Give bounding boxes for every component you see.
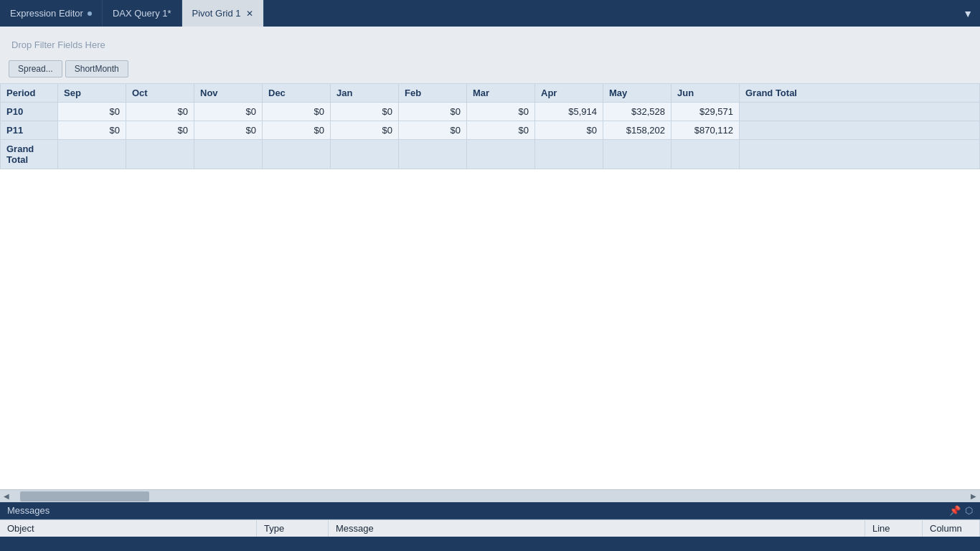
cell-gt-dec xyxy=(263,140,331,169)
messages-title: Messages xyxy=(7,505,50,516)
cell-p10-jan: $0 xyxy=(331,103,399,121)
messages-panel: Messages 📌 ⬡ Object Type Message Line Co… xyxy=(0,502,980,551)
table-header-row: Period Sep Oct Nov Dec Jan Feb Mar Apr M… xyxy=(1,84,980,103)
cell-p10-oct: $0 xyxy=(126,103,194,121)
header-apr: Apr xyxy=(535,84,603,103)
table-row-grand-total: Grand Total xyxy=(1,140,980,169)
row-period-p11: P11 xyxy=(1,121,58,140)
messages-col-line: Line xyxy=(865,520,923,537)
cell-p11-sep: $0 xyxy=(58,121,126,140)
header-jun: Jun xyxy=(672,84,740,103)
tab-expression-editor-label: Expression Editor xyxy=(10,8,83,19)
scroll-left-button[interactable]: ◀ xyxy=(0,490,13,503)
drop-filter-area: Drop Filter Fields Here xyxy=(0,27,980,57)
tab-bar: Expression Editor DAX Query 1* Pivot Gri… xyxy=(0,0,980,27)
cell-p11-feb: $0 xyxy=(399,121,467,140)
cell-gt-mar xyxy=(467,140,535,169)
cell-gt-grand-total xyxy=(740,140,980,169)
messages-header: Messages 📌 ⬡ xyxy=(0,502,980,519)
horizontal-scrollbar[interactable]: ◀ ▶ xyxy=(0,489,980,502)
spread-button[interactable]: Spread... xyxy=(9,60,62,77)
header-period: Period xyxy=(1,84,58,103)
row-grand-total-label: Grand Total xyxy=(1,140,58,169)
cell-gt-jan xyxy=(331,140,399,169)
cell-gt-jun xyxy=(672,140,740,169)
cell-p11-may: $158,202 xyxy=(603,121,672,140)
cell-gt-oct xyxy=(126,140,194,169)
cell-p11-grand-total xyxy=(740,121,980,140)
messages-table-header: Object Type Message Line Column xyxy=(0,519,980,537)
messages-col-column: Column xyxy=(923,520,980,537)
cell-p10-nov: $0 xyxy=(194,103,263,121)
scroll-thumb[interactable] xyxy=(20,491,149,501)
cell-p10-jun: $29,571 xyxy=(672,103,740,121)
short-month-button[interactable]: ShortMonth xyxy=(65,60,128,77)
messages-col-object: Object xyxy=(0,520,257,537)
cell-p10-dec: $0 xyxy=(263,103,331,121)
cell-gt-apr xyxy=(535,140,603,169)
messages-header-actions: 📌 ⬡ xyxy=(949,505,973,516)
toolbar: Spread... ShortMonth xyxy=(0,57,980,83)
cell-gt-nov xyxy=(194,140,263,169)
tab-overflow-chevron[interactable]: ▼ xyxy=(956,0,980,27)
tab-spacer xyxy=(264,0,956,27)
cell-p10-feb: $0 xyxy=(399,103,467,121)
drop-filter-label: Drop Filter Fields Here xyxy=(11,39,105,50)
tab-dax-query-label: DAX Query 1* xyxy=(113,8,171,19)
tab-dax-query[interactable]: DAX Query 1* xyxy=(103,0,182,27)
tab-pivot-grid-label: Pivot Grid 1 xyxy=(192,8,241,19)
header-may: May xyxy=(603,84,672,103)
pivot-area: Period Sep Oct Nov Dec Jan Feb Mar Apr M… xyxy=(0,83,980,489)
cell-gt-sep xyxy=(58,140,126,169)
pivot-table: Period Sep Oct Nov Dec Jan Feb Mar Apr M… xyxy=(0,83,980,169)
messages-expand-icon[interactable]: ⬡ xyxy=(965,505,973,516)
messages-col-type: Type xyxy=(257,520,329,537)
cell-p10-mar: $0 xyxy=(467,103,535,121)
cell-gt-feb xyxy=(399,140,467,169)
cell-p10-sep: $0 xyxy=(58,103,126,121)
cell-p11-nov: $0 xyxy=(194,121,263,140)
header-feb: Feb xyxy=(399,84,467,103)
cell-p10-may: $32,528 xyxy=(603,103,672,121)
scroll-right-button[interactable]: ▶ xyxy=(967,490,980,503)
scroll-track[interactable] xyxy=(13,490,967,502)
pivot-grid[interactable]: Period Sep Oct Nov Dec Jan Feb Mar Apr M… xyxy=(0,83,980,489)
cell-p11-dec: $0 xyxy=(263,121,331,140)
cell-p11-jan: $0 xyxy=(331,121,399,140)
cell-p10-grand-total xyxy=(740,103,980,121)
header-dec: Dec xyxy=(263,84,331,103)
header-mar: Mar xyxy=(467,84,535,103)
table-row: P11 $0 $0 $0 $0 $0 $0 $0 $0 $158,202 $87… xyxy=(1,121,980,140)
main-content: Drop Filter Fields Here Spread... ShortM… xyxy=(0,27,980,502)
tab-expression-editor[interactable]: Expression Editor xyxy=(0,0,103,27)
header-sep: Sep xyxy=(58,84,126,103)
row-period-p10: P10 xyxy=(1,103,58,121)
messages-pin-icon[interactable]: 📌 xyxy=(949,505,961,516)
cell-p11-apr: $0 xyxy=(535,121,603,140)
header-jan: Jan xyxy=(331,84,399,103)
cell-gt-may xyxy=(603,140,672,169)
header-grand-total: Grand Total xyxy=(740,84,980,103)
cell-p11-jun: $870,112 xyxy=(672,121,740,140)
close-pivot-grid-icon[interactable]: ✕ xyxy=(246,9,253,19)
cell-p11-mar: $0 xyxy=(467,121,535,140)
tab-dot xyxy=(88,11,92,16)
tab-pivot-grid[interactable]: Pivot Grid 1 ✕ xyxy=(182,0,265,27)
cell-p10-apr: $5,914 xyxy=(535,103,603,121)
table-row: P10 $0 $0 $0 $0 $0 $0 $0 $5,914 $32,528 … xyxy=(1,103,980,121)
header-nov: Nov xyxy=(194,84,263,103)
messages-col-message: Message xyxy=(329,520,865,537)
cell-p11-oct: $0 xyxy=(126,121,194,140)
header-oct: Oct xyxy=(126,84,194,103)
